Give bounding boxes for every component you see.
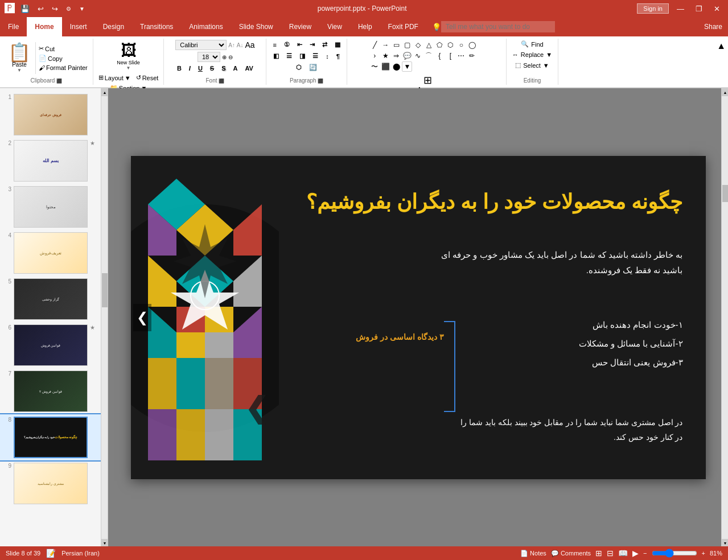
quick-access-dropdown[interactable]: ▼ <box>77 5 87 13</box>
slide-canvas[interactable]: ❮ ❮ چگونه محصولات خود را به دیگران بفروش… <box>131 156 706 479</box>
increase-size-icon[interactable]: ⊕ <box>222 54 227 60</box>
shape-bracket[interactable]: [ <box>445 51 455 61</box>
decrease-indent-button[interactable]: ⇤ <box>294 40 305 50</box>
slide-item-8[interactable]: 8 چگونه محصولات خود را به دیگران بفروشیم… <box>0 414 101 460</box>
shape-star[interactable]: ★ <box>380 51 390 61</box>
decrease-size-icon[interactable]: ⊖ <box>228 54 233 60</box>
shape-chevron[interactable]: › <box>369 51 380 61</box>
comments-button[interactable]: 💬 Comments <box>551 550 591 557</box>
undo-icon[interactable]: ↩ <box>35 3 46 14</box>
shape-diamond[interactable]: ◇ <box>413 40 423 50</box>
bold-button[interactable]: B <box>174 64 184 73</box>
tab-home[interactable]: Home <box>27 17 61 36</box>
find-button[interactable]: 🔍 Find <box>519 40 545 48</box>
slide-item-6[interactable]: 6 قوانین فروش ★ <box>0 322 101 368</box>
strikethrough-button[interactable]: S <box>207 64 217 73</box>
shape-arc[interactable]: ⌒ <box>423 51 434 61</box>
reset-button[interactable]: ↺ Reset <box>134 73 161 82</box>
char-spacing-button[interactable]: AV <box>242 64 256 73</box>
replace-button[interactable]: ↔ Replace ▼ <box>510 51 554 59</box>
slide-item-1[interactable]: 1 فروش حرفه‌ای <box>0 92 101 138</box>
slide-item-4[interactable]: 4 تعریف فروش <box>0 230 101 276</box>
normal-view-button[interactable]: ⊞ <box>595 549 602 558</box>
slide-item-7[interactable]: 7 قوانین فروش ۲ <box>0 368 101 414</box>
format-painter-button[interactable]: 🖌 Format Painter <box>37 64 89 72</box>
shape-more[interactable]: ⋯ <box>456 51 466 61</box>
shape-line[interactable]: ╱ <box>369 40 380 50</box>
bullets-button[interactable]: ≡ <box>270 40 279 50</box>
tab-foxit[interactable]: Foxit PDF <box>380 17 426 36</box>
customize-icon[interactable]: ⚙ <box>64 5 73 13</box>
save-icon[interactable]: 💾 <box>18 3 32 14</box>
shape-scribble[interactable]: 〜 <box>369 61 380 72</box>
font-size-select[interactable]: 18 <box>198 52 220 62</box>
redo-icon[interactable]: ↪ <box>50 3 60 14</box>
shape-freeform[interactable]: ✏ <box>467 51 477 61</box>
zoom-slider[interactable] <box>652 549 697 558</box>
close-button[interactable]: ✕ <box>710 3 723 14</box>
notes-icon[interactable]: 📝 <box>46 549 56 558</box>
slide-item-9[interactable]: 9 مشتری را بشناسید <box>0 460 101 507</box>
underline-button[interactable]: U <box>195 64 205 73</box>
tab-file[interactable]: File <box>0 17 27 36</box>
restore-button[interactable]: ❐ <box>692 3 706 14</box>
sign-in-button[interactable]: Sign in <box>637 3 669 14</box>
paragraph-spacing-button[interactable]: ¶ <box>334 52 343 61</box>
font-size-decrease[interactable]: A↓ <box>237 42 244 48</box>
justify-button[interactable]: ☰ <box>310 51 321 61</box>
collapse-ribbon-button[interactable]: ▲ <box>717 41 726 51</box>
slide-item-2[interactable]: 2 بسم الله ★ <box>0 138 101 184</box>
new-slide-button[interactable]: 🖼 New Slide ▼ <box>113 40 143 72</box>
clear-format-button[interactable]: Aa <box>245 40 255 50</box>
slide-item-3[interactable]: 3 محتوا <box>0 184 101 230</box>
shape-circle[interactable]: ○ <box>456 40 466 50</box>
canvas-scroll-thumb[interactable] <box>722 185 728 202</box>
shape-pentagon[interactable]: ⬠ <box>434 40 445 50</box>
search-input[interactable] <box>441 21 555 32</box>
increase-indent-button[interactable]: ⇥ <box>307 40 318 50</box>
tab-animations[interactable]: Animations <box>181 17 231 36</box>
slideshow-button[interactable]: ▶ <box>632 549 639 558</box>
layout-button[interactable]: ⊞ Layout ▼ <box>97 73 133 82</box>
reading-view-button[interactable]: 📖 <box>618 549 628 558</box>
canvas-scroll-up[interactable]: ▲ <box>722 88 728 96</box>
select-button[interactable]: ⬚ Select ▼ <box>513 61 551 69</box>
shape-callout[interactable]: 💬 <box>402 51 412 61</box>
text-direction-button[interactable]: ⇄ <box>319 40 330 50</box>
slide-sorter-button[interactable]: ⊟ <box>607 549 614 558</box>
font-family-select[interactable]: Calibri <box>175 40 227 50</box>
font-size-increase[interactable]: A↑ <box>228 42 235 48</box>
panel-scroll-down[interactable]: ▼ <box>101 539 108 547</box>
shape-hexagon[interactable]: ⬡ <box>445 40 455 50</box>
italic-button[interactable]: I <box>186 64 194 73</box>
tab-slideshow[interactable]: Slide Show <box>231 17 281 36</box>
tab-help[interactable]: Help <box>350 17 380 36</box>
shape-ellipse[interactable]: ◯ <box>467 40 477 50</box>
shadow-button[interactable]: S <box>219 64 228 73</box>
shape-dropdown[interactable]: ▼ <box>402 61 412 72</box>
tab-view[interactable]: View <box>319 17 350 36</box>
convert-button[interactable]: 🔄 <box>306 63 320 72</box>
panel-scroll-up[interactable]: ▲ <box>101 88 108 96</box>
shape-arrow[interactable]: → <box>380 40 390 50</box>
panel-scroll-thumb[interactable] <box>102 273 108 307</box>
shape-rect[interactable]: ▭ <box>391 40 401 50</box>
panel-scrollbar[interactable]: ▲ ▼ <box>101 88 108 547</box>
copy-button[interactable]: 📄 Copy <box>37 54 89 63</box>
smart-art-button[interactable]: ⬡ <box>293 63 305 72</box>
align-center-button[interactable]: ☰ <box>283 51 295 61</box>
paste-button[interactable]: 📋 Paste ▼ <box>3 42 36 74</box>
shape-cylinder[interactable]: ⬤ <box>391 61 401 72</box>
align-right-button[interactable]: ◨ <box>297 51 308 61</box>
shape-rounded-rect[interactable]: ▢ <box>402 40 412 50</box>
tab-design[interactable]: Design <box>95 17 132 36</box>
zoom-out-button[interactable]: − <box>643 550 647 557</box>
share-button[interactable]: Share <box>704 23 722 31</box>
tab-insert[interactable]: Insert <box>62 17 95 36</box>
shape-block-arrow[interactable]: ⇒ <box>391 51 401 61</box>
numbering-button[interactable]: ① <box>281 40 293 50</box>
notes-button[interactable]: 📄 Notes <box>520 550 546 557</box>
line-spacing-button[interactable]: ↕ <box>323 52 332 61</box>
prev-slide-button[interactable]: ❮ <box>133 304 151 331</box>
zoom-in-button[interactable]: + <box>702 550 705 557</box>
